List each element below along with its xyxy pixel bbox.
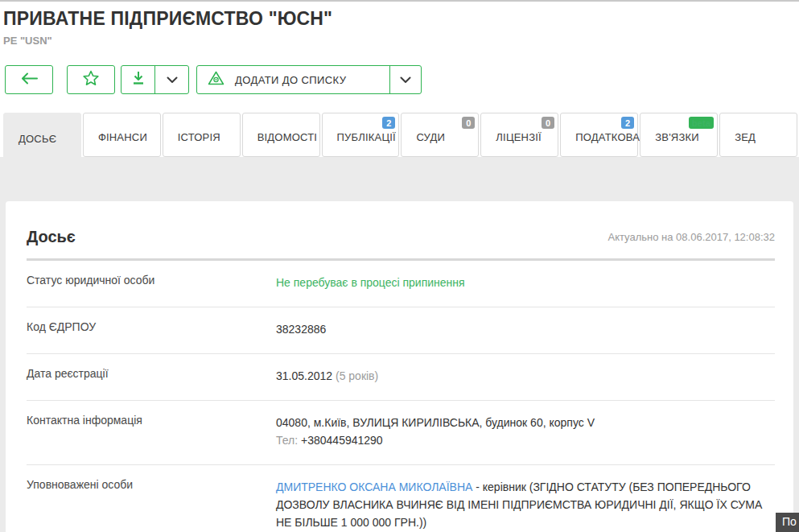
page-title: ПРИВАТНЕ ПІДПРИЄМСТВО "ЮСН" — [3, 8, 799, 30]
registration-date-value: 31.05.2012 (5 років) — [276, 367, 378, 385]
tab-label: СУДИ — [416, 131, 445, 143]
back-button[interactable] — [5, 65, 53, 94]
section-title: Досьє — [27, 228, 76, 246]
download-options-button[interactable] — [155, 66, 188, 93]
tab-publications[interactable]: ПУБЛІКАЦІЇ 2 — [322, 113, 400, 157]
row-edrpou-code: Код ЄДРПОУ 38232886 — [27, 307, 775, 354]
row-legal-status: Статус юридичної особи Не перебуває в пр… — [27, 261, 775, 307]
add-to-list-label: ДОДАТИ ДО СПИСКУ — [235, 74, 346, 86]
row-registration-date: Дата реєстрації 31.05.2012 (5 років) — [27, 354, 775, 401]
action-toolbar: ДОДАТИ ДО СПИСКУ — [5, 65, 799, 94]
row-label: Статус юридичної особи — [27, 274, 276, 291]
tab-label: ЗВ'ЯЗКИ — [655, 131, 699, 143]
add-to-list-main[interactable]: ДОДАТИ ДО СПИСКУ — [197, 66, 389, 93]
registration-date: 31.05.2012 — [276, 369, 332, 382]
download-button[interactable] — [121, 66, 154, 93]
person-link[interactable]: ДМИТРЕНКО ОКСАНА МИКОЛАЇВНА — [276, 480, 472, 493]
download-icon — [131, 71, 146, 89]
row-label: Код ЄДРПОУ — [27, 320, 276, 338]
chevron-down-icon — [400, 72, 411, 87]
tab-relations[interactable]: ЗВ'ЯЗКИ beta — [640, 113, 718, 157]
tab-label: ВІДОМОСТІ — [257, 131, 317, 143]
company-header: ПРИВАТНЕ ПІДПРИЄМСТВО "ЮСН" PE "USN" — [0, 2, 799, 159]
tab-beta-badge: beta — [689, 117, 714, 129]
eye-in-triangle-icon — [208, 71, 224, 89]
row-authorized-persons: Уповноважені особи ДМИТРЕНКО ОКСАНА МИКО… — [27, 465, 775, 532]
tab-tax[interactable]: ПОДАТКОВА 2 — [560, 113, 638, 157]
legal-status-value: Не перебуває в процесі припинення — [276, 274, 465, 291]
row-label: Уповноважені особи — [27, 478, 276, 531]
chevron-down-icon — [167, 72, 178, 87]
registration-age: (5 років) — [332, 369, 378, 382]
page-subtitle: PE "USN" — [3, 35, 799, 47]
tab-count-badge: 2 — [621, 117, 634, 129]
phone-line: Тел: +380445941290 — [276, 431, 595, 449]
tab-finances[interactable]: ФІНАНСИ — [83, 113, 161, 157]
tab-count-badge: 0 — [462, 117, 475, 129]
phone-number: +380445941290 — [301, 434, 383, 447]
tab-zed[interactable]: ЗЕД — [719, 113, 797, 157]
star-icon — [83, 70, 99, 89]
favorite-button[interactable] — [67, 65, 115, 94]
tab-dossier[interactable]: ДОСЬЄ — [3, 113, 81, 159]
tab-licenses[interactable]: ЛІЦЕНЗІЇ 0 — [480, 113, 558, 157]
row-contact-info: Контактна інформація 04080, м.Київ, ВУЛИ… — [27, 401, 775, 465]
address-line: 04080, м.Київ, ВУЛИЦЯ КИРИЛІВСЬКА, будин… — [276, 414, 595, 431]
phone-label: Тел: — [276, 434, 301, 447]
dossier-card: Досьє Актуально на 08.06.2017, 12:08:32 … — [6, 201, 793, 532]
row-label: Контактна інформація — [27, 414, 276, 449]
tab-details[interactable]: ВІДОМОСТІ — [242, 113, 320, 157]
row-label: Дата реєстрації — [27, 367, 276, 385]
tab-label: ПУБЛІКАЦІЇ — [337, 131, 396, 143]
tab-history[interactable]: ІСТОРІЯ — [163, 113, 241, 157]
add-to-list-button[interactable]: ДОДАТИ ДО СПИСКУ — [196, 65, 422, 94]
tab-count-badge: 0 — [542, 117, 554, 129]
contact-info-value: 04080, м.Київ, ВУЛИЦЯ КИРИЛІВСЬКА, будин… — [276, 414, 595, 449]
edrpou-value: 38232886 — [276, 320, 326, 338]
tooltip-fragment: По — [776, 513, 799, 532]
tab-label: ІСТОРІЯ — [178, 131, 220, 143]
updated-timestamp: Актуально на 08.06.2017, 12:08:32 — [608, 231, 775, 243]
tab-label: ПОДАТКОВА — [575, 131, 640, 143]
download-split-button — [121, 65, 189, 94]
back-arrow-icon — [21, 72, 38, 88]
tab-courts[interactable]: СУДИ 0 — [401, 113, 479, 157]
content-background: Досьє Актуально на 08.06.2017, 12:08:32 … — [0, 157, 799, 532]
tab-count-badge: 2 — [382, 117, 395, 129]
tab-label: ДОСЬЄ — [19, 133, 56, 145]
add-to-list-options-button[interactable] — [390, 66, 421, 93]
tab-bar: ДОСЬЄ ФІНАНСИ ІСТОРІЯ ВІДОМОСТІ ПУБЛІКАЦ… — [3, 113, 799, 159]
tab-label: ФІНАНСИ — [98, 131, 147, 143]
tab-label: ЛІЦЕНЗІЇ — [496, 131, 542, 143]
tab-label: ЗЕД — [735, 131, 756, 143]
authorized-persons-value: ДМИТРЕНКО ОКСАНА МИКОЛАЇВНА - керівник (… — [276, 478, 775, 531]
